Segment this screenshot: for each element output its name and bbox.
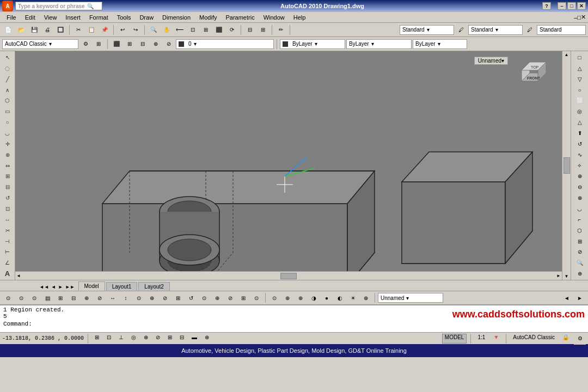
tb-pan[interactable]: ✋ — [161, 24, 173, 36]
lt-polyline[interactable]: ∧ — [2, 85, 14, 95]
st-workspace[interactable]: AutoCAD Classic — [510, 334, 558, 344]
st-dyn-toggle[interactable]: ⊟ — [177, 334, 187, 344]
bt-btn27[interactable]: ☀ — [347, 292, 359, 304]
tb-undo[interactable]: ↩ — [117, 24, 128, 36]
rt-sweep[interactable]: ∿ — [573, 150, 587, 160]
color-dropdown[interactable]: ByLayer▾ — [280, 39, 345, 49]
tb-redo[interactable]: ↪ — [130, 24, 142, 36]
lt-scale[interactable]: ⊡ — [2, 204, 14, 214]
tb-named-views[interactable]: ⬛ — [213, 24, 225, 36]
bt-scroll-left[interactable]: ◄ — [561, 292, 573, 304]
tb-open[interactable]: 📂 — [15, 24, 27, 36]
tb-viewports[interactable]: ⬛ — [111, 38, 122, 50]
st-anno-scale[interactable]: 🔻 — [490, 334, 502, 344]
help-btn[interactable]: ? — [542, 2, 551, 10]
rt-wedge[interactable]: △ — [573, 63, 587, 74]
tb-layers[interactable]: ⊟ — [244, 24, 256, 36]
rt-cylinder[interactable]: ⬜ — [573, 95, 587, 106]
st-ortho-toggle[interactable]: ⊥ — [116, 334, 126, 344]
tb-vp-btn2[interactable]: ⊞ — [124, 38, 136, 50]
rt-box[interactable]: □ — [573, 52, 587, 63]
tab-nav-prev[interactable]: ◄ — [50, 283, 57, 291]
bt-btn8[interactable]: ⊘ — [94, 292, 106, 304]
layer-dropdown[interactable]: 0▾ — [176, 39, 274, 49]
menu-parametric[interactable]: Parametric — [221, 13, 259, 22]
menu-draw[interactable]: Draw — [135, 13, 158, 22]
tb-save[interactable]: 💾 — [28, 24, 40, 36]
lt-text[interactable]: A — [2, 268, 14, 279]
doc-close-btn[interactable]: ✕ — [581, 14, 586, 21]
tab-nav-next[interactable]: ► — [57, 283, 64, 291]
rt-sphere[interactable]: ○ — [573, 85, 587, 95]
bt-btn6[interactable]: ⊟ — [68, 292, 79, 304]
menu-tools[interactable]: Tools — [113, 13, 136, 22]
rt-loft[interactable]: ⟡ — [573, 161, 587, 171]
scroll-right-btn[interactable]: ► — [555, 272, 562, 279]
tb-vp-btn4[interactable]: ⊕ — [150, 38, 162, 50]
bt-btn20[interactable]: ⊙ — [250, 292, 262, 304]
rt-shell[interactable]: ⬡ — [573, 225, 587, 236]
tab-layout2[interactable]: Layout2 — [138, 282, 170, 291]
lt-chamfer[interactable]: ∠ — [2, 258, 14, 268]
canvas-area[interactable]: Z X — [15, 51, 571, 280]
tb-3d-orbit[interactable]: ⟳ — [226, 24, 238, 36]
menu-window[interactable]: Window — [259, 13, 289, 22]
bt-btn25[interactable]: ● — [321, 292, 333, 304]
lt-select[interactable]: ↖ — [2, 52, 14, 63]
lt-stretch[interactable]: ↔ — [2, 215, 14, 225]
tab-layout1[interactable]: Layout1 — [106, 282, 138, 291]
bt-btn19[interactable]: ⊞ — [237, 292, 249, 304]
rt-chamfer[interactable]: ⌐ — [573, 215, 587, 225]
st-lock[interactable]: 🔒 — [560, 334, 572, 344]
bt-btn21[interactable]: ⊙ — [268, 292, 280, 304]
tb-layer-props[interactable]: ⊞ — [257, 24, 269, 36]
scroll-bottom[interactable]: ◄ ► — [15, 271, 562, 280]
workspace-dropdown[interactable]: AutoCAD Classic▾ — [2, 39, 78, 49]
rt-subtract[interactable]: ⊖ — [573, 182, 587, 192]
tb-ws-btn2[interactable]: ⊞ — [93, 38, 105, 50]
bt-btn11[interactable]: ⊙ — [133, 292, 145, 304]
menu-format[interactable]: Format — [85, 13, 113, 22]
scroll-hthumb[interactable] — [280, 273, 297, 279]
bt-btn12[interactable]: ⊕ — [146, 292, 158, 304]
rt-pyramid[interactable]: △ — [573, 117, 587, 127]
bt-btn4[interactable]: ▤ — [41, 292, 53, 304]
tb-zoom-ext[interactable]: ⊡ — [187, 24, 199, 36]
style-dropdown-1[interactable]: Standard▾ — [400, 25, 454, 35]
scroll-down-btn[interactable]: ▼ — [564, 273, 570, 280]
tb-style-btn2[interactable]: 🖊 — [524, 24, 536, 36]
tb-paste[interactable]: 📌 — [99, 24, 111, 36]
lt-copy-obj[interactable]: ⊕ — [2, 150, 14, 160]
viewcube[interactable]: FRONT TOP — [511, 57, 549, 95]
bt-btn2[interactable]: ⊙ — [15, 292, 27, 304]
bt-btn7[interactable]: ⊕ — [81, 292, 93, 304]
rt-torus[interactable]: ◎ — [573, 106, 587, 117]
lt-rect[interactable]: ▭ — [2, 106, 14, 117]
close-btn[interactable]: ✕ — [577, 2, 586, 10]
rt-cone[interactable]: ▽ — [573, 74, 587, 84]
lt-circle[interactable]: ○ — [2, 117, 14, 127]
bt-btn5[interactable]: ⊞ — [54, 292, 66, 304]
bt-btn15[interactable]: ↺ — [185, 292, 197, 304]
menu-dimension[interactable]: Dimension — [158, 13, 195, 22]
rt-zoom-obj[interactable]: 🔍 — [573, 258, 587, 268]
bt-btn23[interactable]: ⊕ — [295, 292, 307, 304]
lt-mirror[interactable]: ⇔ — [2, 161, 14, 171]
tb-vp-btn3[interactable]: ⊟ — [137, 38, 149, 50]
bt-btn14[interactable]: ⊞ — [172, 292, 184, 304]
lt-move[interactable]: ✛ — [2, 139, 14, 149]
bt-btn26[interactable]: ◐ — [334, 292, 346, 304]
tab-nav-last[interactable]: ►► — [64, 283, 76, 291]
tab-model[interactable]: Model — [78, 281, 105, 291]
tb-zoom-realtime[interactable]: 🔍 — [148, 24, 160, 36]
lt-arc[interactable]: ◡ — [2, 128, 14, 138]
bt-btn10[interactable]: ↕ — [120, 292, 132, 304]
st-ducs-toggle[interactable]: ⊞ — [165, 334, 175, 344]
lt-polygon[interactable]: ⬡ — [2, 95, 14, 106]
menu-modify[interactable]: Modify — [195, 13, 221, 22]
tb-zoom-prev[interactable]: ⟵ — [174, 24, 186, 36]
menu-view[interactable]: View — [40, 13, 62, 22]
st-otrack-toggle[interactable]: ⊘ — [153, 334, 163, 344]
tb-copy[interactable]: 📋 — [85, 24, 97, 36]
lt-break[interactable]: ⊢ — [2, 247, 14, 257]
